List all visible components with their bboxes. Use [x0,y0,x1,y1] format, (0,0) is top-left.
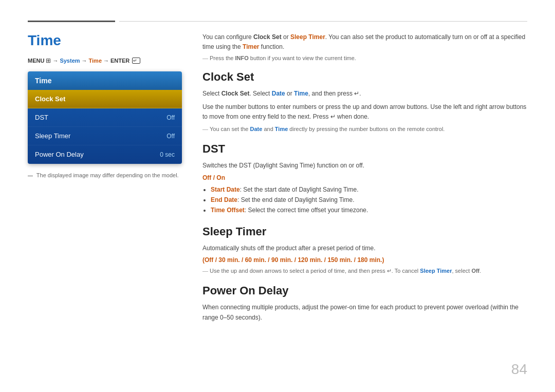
menu-item-sleep-timer-value: Off [166,133,175,140]
note-dash [28,176,33,176]
menu-item-sleep-timer[interactable]: Sleep Timer Off [28,127,182,145]
menu-path: MENU ⊞ → System → Time → ENTER [28,57,182,64]
enter-label: ENTER [110,58,130,64]
tv-menu-body: Clock Set DST Off Sleep Timer Off Power … [28,90,182,164]
menu-item-power-on-delay-value: 0 sec [160,151,175,158]
sleep-timer-note: Use the up and down arrows to select a p… [202,267,527,275]
divider-light [119,21,527,22]
menu-item-power-on-delay-label: Power On Delay [35,151,84,158]
page-number: 84 [511,361,527,378]
sleep-timer-para1: Automatically shuts off the product afte… [202,244,527,253]
system-label: System [60,58,80,64]
clock-set-note: You can set the Date and Time directly b… [202,125,527,134]
menu-item-dst-value: Off [166,114,175,121]
section-title-clock-set: Clock Set [202,70,527,84]
enter-icon [132,58,140,64]
section-title-power-on-delay: Power On Delay [202,284,527,297]
left-column: Time MENU ⊞ → System → Time → ENTER Time… [28,32,182,326]
right-column: You can configure Clock Set or Sleep Tim… [202,32,527,326]
intro-paragraph: You can configure Clock Set or Sleep Tim… [202,32,527,52]
menu-item-dst[interactable]: DST Off [28,108,182,127]
menu-item-dst-label: DST [35,114,48,121]
intro-text1: You can configure [202,33,253,41]
sleep-timer-options: (Off / 30 min. / 60 min. / 90 min. / 120… [202,256,527,264]
time-label: Time [89,58,102,64]
sleep-timer-ref: Sleep Timer [290,33,325,41]
clock-set-para1: Select Clock Set. Select Date or Time, a… [202,89,527,99]
menu-icon: ⊞ [46,57,51,64]
menu-item-clock-set[interactable]: Clock Set [28,90,182,108]
tv-menu: Time Clock Set DST Off Sleep Timer Off P… [28,71,182,164]
clock-set-ref: Clock Set [253,33,282,41]
arrow3: → [103,58,109,64]
intro-text4: function. [260,43,285,50]
section-title-dst: DST [202,142,527,156]
divider-dark [28,21,115,22]
dst-para1: Switches the DST (Daylight Saving Time) … [202,161,527,171]
arrow1: → [52,58,58,64]
note-text: The displayed image may differ depending… [36,172,179,178]
page-title: Time [28,32,182,49]
dst-bullet-end-date: End Date: Set the end date of Daylight S… [211,195,527,205]
arrow2: → [82,58,87,64]
dst-bullet-start-date: Start Date: Set the start date of Daylig… [211,184,527,195]
image-differ-note: The displayed image may differ depending… [28,172,182,178]
intro-note: Press the INFO button if you want to vie… [202,55,527,61]
clock-set-para2: Use the number buttons to enter numbers … [202,102,527,122]
menu-item-sleep-timer-label: Sleep Timer [35,132,70,140]
menu-item-clock-set-label: Clock Set [35,95,65,103]
tv-menu-header: Time [28,71,182,90]
intro-text2: or [282,33,290,41]
top-dividers [0,21,555,22]
dst-bullet-list: Start Date: Set the start date of Daylig… [211,184,527,216]
section-title-sleep-timer: Sleep Timer [202,225,527,238]
timer-ref: Timer [243,43,259,50]
menu-label: MENU [28,58,44,64]
dst-options: Off / On [202,174,527,181]
power-on-delay-para1: When connecting multiple products, adjus… [202,303,527,322]
dst-bullet-time-offset: Time Offset: Select the correct time off… [211,205,527,215]
menu-item-power-on-delay[interactable]: Power On Delay 0 sec [28,145,182,164]
page-content: Time MENU ⊞ → System → Time → ENTER Time… [0,32,555,326]
